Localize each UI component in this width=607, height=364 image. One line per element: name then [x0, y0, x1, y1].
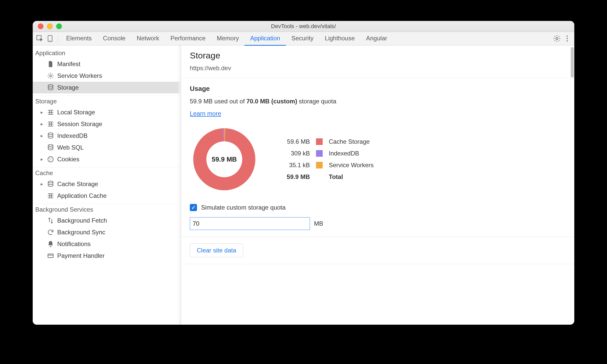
sidebar-item-session-storage[interactable]: ▸Session Storage: [33, 118, 181, 130]
legend-swatch: [316, 138, 323, 145]
tab-angular[interactable]: Angular: [360, 32, 393, 45]
window-title: DevTools - web.dev/vitals/: [33, 23, 574, 30]
arrows-icon: [47, 217, 54, 224]
zoom-window-button[interactable]: [56, 23, 62, 29]
tab-elements[interactable]: Elements: [61, 32, 97, 45]
quota-unit: MB: [314, 220, 323, 227]
chevron-right-icon: ▸: [39, 110, 44, 115]
db-icon: [47, 132, 54, 139]
usage-donut-chart: 59.9 MB: [190, 125, 259, 194]
file-icon: [47, 60, 54, 68]
window-titlebar: DevTools - web.dev/vitals/: [33, 21, 574, 32]
usage-quota-suffix: storage quota: [299, 98, 336, 105]
inspect-icon[interactable]: [36, 34, 44, 43]
legend-value: 35.1 kB: [279, 162, 310, 169]
tab-lighthouse[interactable]: Lighthouse: [319, 32, 360, 45]
tab-performance[interactable]: Performance: [165, 32, 211, 45]
usage-summary: 59.9 MB used out of 70.0 MB (custom) sto…: [190, 98, 566, 105]
sidebar-section: Background Services: [33, 204, 181, 215]
settings-gear-icon[interactable]: [553, 34, 561, 43]
clear-site-data-button[interactable]: Clear site data: [190, 244, 243, 257]
sidebar-item-background-fetch[interactable]: Background Fetch: [33, 215, 181, 226]
device-icon[interactable]: [46, 34, 54, 43]
sidebar-section: Cache: [33, 167, 181, 178]
sidebar-item-application-cache[interactable]: Application Cache: [33, 190, 181, 202]
tab-memory[interactable]: Memory: [211, 32, 245, 45]
quota-input-row: MB: [190, 217, 566, 230]
devtools-window: DevTools - web.dev/vitals/ ElementsConso…: [33, 21, 574, 325]
bell-icon: [47, 240, 54, 248]
clear-section: Clear site data: [181, 237, 574, 264]
legend-swatch: [316, 162, 323, 168]
svg-point-12: [51, 159, 52, 159]
simulate-quota-row[interactable]: ✓ Simulate custom storage quota: [190, 204, 566, 211]
usage-quota-bold: 70.0 MB (custom): [246, 98, 297, 105]
svg-point-10: [48, 157, 53, 162]
sidebar-item-background-sync[interactable]: Background Sync: [33, 226, 181, 238]
window-controls: [33, 23, 62, 29]
sidebar-item-cache-storage[interactable]: ▸Cache Storage: [33, 178, 181, 190]
tab-console[interactable]: Console: [97, 32, 131, 45]
chevron-right-icon: ▸: [39, 133, 44, 139]
devtools-tabs: ElementsConsoleNetworkPerformanceMemoryA…: [33, 32, 574, 45]
svg-point-7: [48, 84, 53, 86]
sidebar-item-payment-handler[interactable]: Payment Handler: [33, 250, 181, 262]
panel-title: Storage: [190, 51, 566, 60]
svg-point-5: [567, 40, 568, 42]
sidebar-section: Storage: [33, 95, 181, 106]
db-icon: [47, 144, 54, 151]
panel-header: Storage https://web.dev: [181, 45, 574, 78]
usage-legend: 59.6 MBCache Storage309 kBIndexedDB35.1 …: [279, 138, 374, 180]
sidebar-item-label: Web SQL: [57, 144, 84, 151]
svg-point-4: [567, 38, 568, 39]
sidebar-item-label: Background Sync: [57, 229, 105, 236]
grid-icon: [47, 192, 54, 199]
legend-total-value: 59.9 MB: [279, 173, 310, 180]
svg-rect-15: [48, 254, 53, 258]
chevron-right-icon: ▸: [39, 156, 44, 162]
svg-point-9: [48, 144, 53, 146]
sidebar-item-storage[interactable]: Storage: [33, 82, 181, 93]
sidebar-section: Application: [33, 45, 181, 58]
simulate-quota-label: Simulate custom storage quota: [201, 204, 286, 211]
tab-network[interactable]: Network: [131, 32, 165, 45]
sidebar-item-label: Application Cache: [57, 192, 107, 199]
tab-application[interactable]: Application: [244, 32, 286, 46]
learn-more-link[interactable]: Learn more: [190, 110, 221, 117]
sidebar-item-cookies[interactable]: ▸Cookies: [33, 153, 181, 165]
application-sidebar[interactable]: ApplicationManifestService WorkersStorag…: [33, 45, 181, 325]
tab-security[interactable]: Security: [286, 32, 319, 45]
sidebar-item-label: Cache Storage: [57, 180, 98, 188]
sidebar-item-local-storage[interactable]: ▸Local Storage: [33, 106, 181, 118]
quota-input[interactable]: [190, 217, 310, 230]
svg-point-1: [50, 40, 50, 41]
usage-donut-center: 59.9 MB: [190, 125, 259, 194]
sidebar-item-web-sql[interactable]: Web SQL: [33, 142, 181, 153]
sync-icon: [47, 229, 54, 236]
usage-title: Usage: [190, 85, 566, 93]
svg-point-11: [49, 158, 50, 159]
simulate-quota-checkbox[interactable]: ✓: [190, 204, 197, 211]
application-content: Storage https://web.dev Usage 59.9 MB us…: [181, 45, 574, 325]
db-icon: [47, 180, 54, 188]
sidebar-item-service-workers[interactable]: Service Workers: [33, 70, 181, 82]
cookie-icon: [47, 156, 54, 163]
svg-point-13: [50, 160, 50, 161]
sidebar-item-manifest[interactable]: Manifest: [33, 58, 181, 70]
minimize-window-button[interactable]: [47, 23, 53, 29]
sidebar-item-label: IndexedDB: [57, 132, 88, 139]
legend-total-label: Total: [329, 173, 374, 180]
more-menu-icon[interactable]: [563, 34, 571, 43]
close-window-button[interactable]: [38, 23, 43, 29]
card-icon: [47, 252, 54, 259]
panel-origin: https://web.dev: [190, 65, 566, 72]
sidebar-item-label: Service Workers: [57, 72, 102, 79]
legend-label: Service Workers: [329, 162, 374, 169]
svg-point-8: [48, 133, 53, 135]
sidebar-item-notifications[interactable]: Notifications: [33, 238, 181, 250]
sidebar-item-label: Storage: [57, 84, 79, 91]
svg-point-2: [556, 38, 558, 40]
usage-section: Usage 59.9 MB used out of 70.0 MB (custo…: [181, 78, 574, 237]
sidebar-item-indexeddb[interactable]: ▸IndexedDB: [33, 130, 181, 142]
sidebar-item-label: Background Fetch: [57, 217, 107, 224]
